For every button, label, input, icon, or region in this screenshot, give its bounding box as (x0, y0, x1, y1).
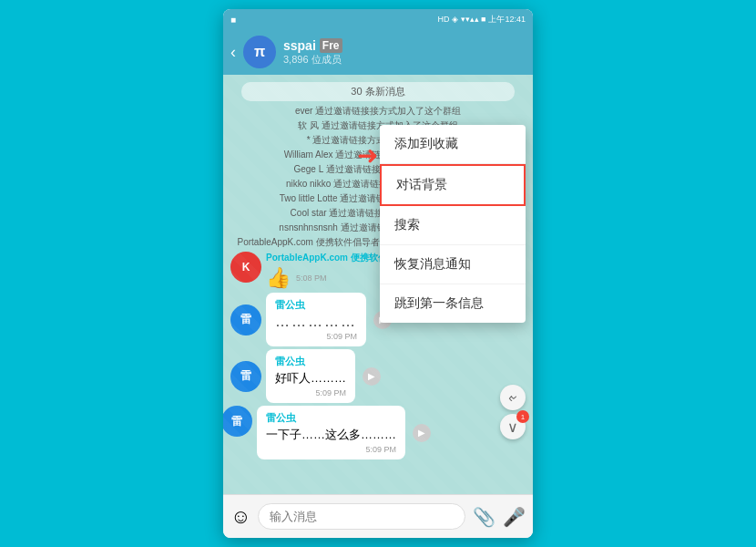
time-display: 上午12:41 (488, 14, 526, 26)
member-count: 3,896 位成员 (283, 53, 526, 67)
context-menu-overlay[interactable]: 添加到收藏 对话背景 搜索 恢复消息通知 跳到第一条信息 (223, 75, 533, 494)
header-avatar: π (243, 36, 276, 68)
menu-item-favorites[interactable]: 添加到收藏 (380, 125, 526, 164)
status-bar-left: ■ (230, 15, 236, 25)
menu-item-jump-first[interactable]: 跳到第一条信息 (380, 284, 526, 323)
status-icon: ■ (230, 15, 236, 25)
mute-badge: Fre (320, 38, 342, 53)
status-bar: ■ HD ◈ ▾▾▴▴ ■ 上午12:41 (223, 9, 533, 29)
phone-frame: ■ HD ◈ ▾▾▴▴ ■ 上午12:41 ‹ π sspai Fre 3,89… (223, 9, 533, 538)
status-bar-right: HD ◈ ▾▾▴▴ ■ 上午12:41 (438, 14, 526, 26)
header-info: sspai Fre 3,896 位成员 (283, 38, 526, 67)
menu-item-search[interactable]: 搜索 (380, 206, 526, 245)
menu-item-restore-notify[interactable]: 恢复消息通知 (380, 245, 526, 284)
context-menu: 添加到收藏 对话背景 搜索 恢复消息通知 跳到第一条信息 (380, 125, 526, 323)
signal-text: HD ◈ ▾▾▴▴ ■ (438, 15, 486, 24)
chat-header: ‹ π sspai Fre 3,896 位成员 (223, 29, 533, 75)
emoji-button[interactable]: ☺ (230, 505, 250, 529)
chat-body: 30 条新消息 ever 通过邀请链接接方式加入了这个群组 软 风 通过邀请链接… (223, 75, 533, 494)
message-input[interactable] (258, 503, 465, 530)
input-bar: ☺ 📎 🎤 (223, 494, 533, 538)
back-button[interactable]: ‹ (230, 43, 236, 62)
chat-name: sspai Fre (283, 38, 526, 53)
avatar-letter: π (254, 44, 265, 60)
menu-item-background[interactable]: 对话背景 (380, 164, 526, 206)
chat-background: 30 条新消息 ever 通过邀请链接接方式加入了这个群组 软 风 通过邀请链接… (223, 75, 533, 494)
attach-button[interactable]: 📎 (473, 506, 495, 528)
mic-button[interactable]: 🎤 (503, 506, 526, 528)
red-arrow: ➜ (357, 140, 378, 170)
